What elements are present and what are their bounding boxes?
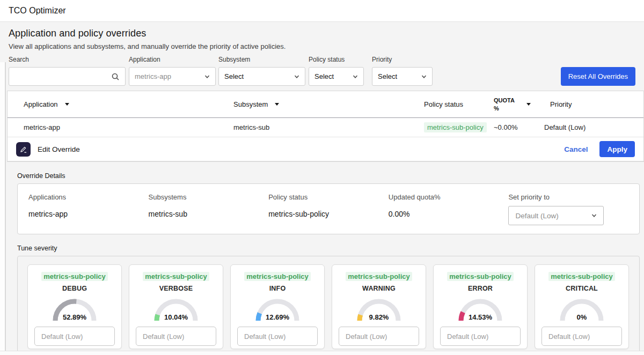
- overrides-table: Application Subsystem Policy status QUOT…: [7, 91, 644, 162]
- tune-severity-label: Tune severity: [17, 245, 644, 252]
- tune-severity-container: metrics-sub-policy DEBUG 52.89% metrics-…: [17, 256, 640, 355]
- search-icon: [111, 72, 120, 81]
- severity-priority-input[interactable]: [440, 327, 521, 346]
- override-details-panel: Applications metrics-app Subsystems metr…: [17, 183, 640, 234]
- severity-card: metrics-sub-policy CRITICAL 0%: [535, 264, 629, 349]
- row-subsystem: metrics-sub: [233, 123, 421, 131]
- chevron-down-icon: [294, 74, 299, 79]
- chevron-down-icon: [204, 74, 210, 79]
- column-header-subsystem[interactable]: Subsystem: [233, 100, 421, 108]
- page-intro: Application and policy overrides View al…: [0, 22, 644, 50]
- reset-all-overrides-button[interactable]: Reset All Overrides: [561, 67, 635, 86]
- severity-gauge: 52.89%: [50, 296, 99, 321]
- application-select[interactable]: metrics-app: [129, 67, 216, 86]
- search-field[interactable]: [9, 67, 126, 86]
- severity-card-name: WARNING: [362, 285, 396, 292]
- severity-percentage: 10.04%: [151, 313, 201, 321]
- severity-card-policy: metrics-sub-policy: [244, 272, 311, 281]
- table-header: Application Subsystem Policy status QUOT…: [8, 91, 643, 118]
- severity-card-policy: metrics-sub-policy: [548, 272, 615, 281]
- subsystem-label: Subsystem: [218, 56, 309, 63]
- subsystem-select[interactable]: Select: [218, 67, 305, 86]
- severity-priority-input[interactable]: [339, 327, 419, 346]
- edit-override-bar: Edit Override Cancel Apply: [8, 137, 643, 161]
- severity-priority-input[interactable]: [34, 327, 115, 346]
- chevron-down-icon: [353, 74, 358, 79]
- policy-status-filter: Policy status Select: [309, 56, 372, 86]
- bottom-strip: [0, 351, 644, 355]
- severity-card: metrics-sub-policy INFO 12.69%: [230, 264, 325, 349]
- severity-card-policy: metrics-sub-policy: [143, 272, 209, 281]
- override-details-label: Override Details: [17, 172, 644, 180]
- severity-gauge: 14.53%: [456, 296, 505, 321]
- priority-label: Priority: [372, 56, 433, 63]
- column-header-policy-status: Policy status: [421, 100, 491, 108]
- severity-gauge: 12.69%: [253, 296, 302, 321]
- severity-card-policy: metrics-sub-policy: [41, 272, 108, 281]
- chevron-down-icon: [421, 74, 427, 79]
- detail-policy-status: Policy status metrics-sub-policy: [268, 193, 389, 225]
- severity-percentage: 52.89%: [50, 313, 99, 321]
- edit-pencil-icon: [16, 142, 31, 157]
- severity-card-name: INFO: [269, 285, 286, 292]
- top-bar: TCO Optimizer: [0, 0, 644, 22]
- severity-priority-input[interactable]: [136, 327, 216, 346]
- sort-dropdown-icon[interactable]: [526, 103, 531, 106]
- sort-dropdown-icon[interactable]: [65, 103, 69, 106]
- edit-override-title: Edit Override: [38, 145, 80, 153]
- page-subtitle: View all applications and subsystems, an…: [9, 42, 635, 50]
- severity-card: metrics-sub-policy VERBOSE 10.04%: [129, 264, 223, 349]
- severity-priority-input[interactable]: [541, 327, 622, 346]
- apply-button[interactable]: Apply: [599, 141, 635, 157]
- severity-gauge: 10.04%: [151, 296, 201, 321]
- detail-subsystems: Subsystems metrics-sub: [149, 193, 269, 225]
- severity-percentage: 0%: [557, 313, 606, 321]
- cancel-button[interactable]: Cancel: [564, 145, 588, 153]
- severity-card-name: ERROR: [468, 285, 493, 292]
- severity-card-policy: metrics-sub-policy: [346, 272, 412, 281]
- severity-card-name: DEBUG: [62, 285, 87, 292]
- severity-gauge: 0%: [557, 296, 606, 321]
- page-title: Application and policy overrides: [9, 28, 635, 39]
- left-gutter: [0, 62, 6, 351]
- application-label: Application: [129, 56, 218, 63]
- search-label: Search: [9, 56, 129, 63]
- severity-percentage: 12.69%: [253, 313, 302, 321]
- row-policy-status-badge[interactable]: metrics-sub-policy: [424, 122, 487, 132]
- filter-bar: Search Application metrics-app Subsystem…: [0, 50, 644, 86]
- detail-applications: Applications metrics-app: [28, 193, 149, 225]
- priority-filter: Priority Select: [372, 56, 433, 86]
- detail-updated-quota: Updated quota% 0.00%: [389, 193, 509, 225]
- search-filter: Search: [9, 56, 129, 86]
- detail-set-priority: Set priority to Default (Low): [508, 193, 628, 225]
- severity-priority-input[interactable]: [237, 327, 318, 346]
- table-row[interactable]: metrics-app metrics-sub metrics-sub-poli…: [8, 118, 643, 137]
- subsystem-filter: Subsystem Select: [218, 56, 309, 86]
- application-filter: Application metrics-app: [129, 56, 218, 86]
- subsystem-select-value: Select: [224, 72, 244, 80]
- set-priority-select[interactable]: Default (Low): [508, 206, 604, 225]
- severity-card: metrics-sub-policy ERROR 14.53%: [433, 264, 528, 349]
- row-quota: ~0.00%: [491, 123, 544, 131]
- row-application: metrics-app: [8, 123, 233, 131]
- policy-status-select[interactable]: Select: [309, 67, 364, 86]
- column-header-quota[interactable]: QUOTA %: [491, 97, 544, 113]
- severity-card: metrics-sub-policy WARNING 9.82%: [332, 264, 426, 349]
- severity-card-name: CRITICAL: [566, 285, 598, 292]
- severity-card-name: VERBOSE: [159, 285, 193, 292]
- policy-status-select-value: Select: [314, 72, 334, 80]
- priority-select[interactable]: Select: [372, 67, 433, 86]
- application-select-value: metrics-app: [135, 72, 171, 80]
- sort-dropdown-icon[interactable]: [275, 103, 279, 106]
- chevron-down-icon: [591, 213, 597, 218]
- policy-status-label: Policy status: [309, 56, 372, 63]
- severity-percentage: 14.53%: [456, 313, 505, 321]
- app-title: TCO Optimizer: [9, 6, 66, 16]
- severity-gauge: 9.82%: [354, 296, 404, 321]
- main-panel: Application Subsystem Policy status QUOT…: [7, 91, 644, 355]
- row-priority: Default (Low): [544, 123, 643, 131]
- column-header-application[interactable]: Application: [8, 100, 233, 108]
- column-header-priority: Priority: [544, 100, 643, 108]
- search-input[interactable]: [14, 72, 111, 80]
- priority-select-value: Select: [378, 72, 397, 80]
